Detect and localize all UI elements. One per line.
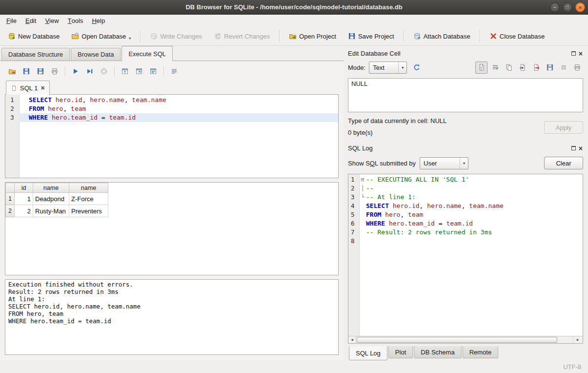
- fold-marker-icon: └: [359, 193, 366, 202]
- maximize-button[interactable]: □: [563, 2, 572, 12]
- close-database-button[interactable]: Close Database: [485, 29, 550, 43]
- horizontal-scrollbar[interactable]: ◀ ▶: [348, 336, 583, 343]
- corner-header[interactable]: [6, 183, 15, 193]
- new-database-button[interactable]: New Database: [3, 29, 64, 43]
- toolbar-separator: [140, 30, 141, 42]
- format-sql-button[interactable]: [168, 65, 181, 78]
- autocomplete-button[interactable]: [147, 65, 160, 78]
- tab-browse-data[interactable]: Browse Data: [71, 48, 121, 61]
- copy-button[interactable]: [503, 62, 515, 74]
- fold-marker-icon: [359, 210, 366, 219]
- row-number[interactable]: 2: [6, 205, 15, 217]
- open-database-icon: [71, 32, 79, 40]
- cell[interactable]: 2: [15, 205, 33, 217]
- save-sql-file-button[interactable]: [20, 65, 33, 78]
- right-panel: Edit Database Cell × Mode: Text ▾ NULL: [344, 46, 588, 361]
- mode-select[interactable]: Text ▾: [369, 62, 407, 74]
- line-number: 2: [5, 104, 19, 113]
- import-icon: [519, 63, 527, 71]
- tab-database-structure[interactable]: Database Structure: [1, 48, 70, 61]
- save-cell-icon: [546, 63, 554, 71]
- code-line: 3└-- At line 1:: [348, 193, 583, 202]
- clear-button[interactable]: Clear: [544, 157, 583, 169]
- word-wrap-button[interactable]: [489, 62, 501, 74]
- open-project-button[interactable]: Open Project: [284, 29, 341, 43]
- code-line: 6 WHERE hero.team_id = team.id: [348, 219, 583, 228]
- tab-sql-1[interactable]: SQL 1 ×: [6, 81, 50, 95]
- text-document-button[interactable]: [475, 62, 487, 74]
- main-content: Database StructureBrowse DataExecute SQL…: [0, 46, 588, 361]
- save-results-button[interactable]: [34, 65, 47, 78]
- open-database-button[interactable]: Open Database▾: [66, 29, 136, 43]
- float-dock-icon[interactable]: [571, 146, 576, 150]
- open-sql-file-icon: [8, 67, 16, 75]
- tab-sql-log[interactable]: SQL Log: [349, 346, 387, 360]
- close-dock-icon[interactable]: ×: [579, 50, 583, 57]
- close-dock-icon[interactable]: ×: [579, 145, 583, 152]
- cell[interactable]: Z-Force: [69, 193, 108, 205]
- print-button[interactable]: [48, 65, 61, 78]
- tab-remote[interactable]: Remote: [463, 346, 499, 358]
- execute-current-line-button[interactable]: [83, 65, 96, 78]
- code-text: -- Result: 2 rows returned in 3ms: [366, 228, 583, 237]
- cell[interactable]: Deadpond: [33, 193, 69, 205]
- execute-all-button[interactable]: [69, 65, 82, 78]
- new-tab-button[interactable]: [119, 65, 131, 78]
- code-line: 8: [348, 237, 583, 246]
- submitted-by-select[interactable]: User ▾: [420, 157, 468, 169]
- scrollbar-thumb[interactable]: [357, 337, 557, 343]
- toolbar-separator: [279, 30, 280, 42]
- close-button[interactable]: ×: [575, 2, 585, 12]
- row-number[interactable]: 1: [6, 193, 15, 205]
- execute-all-icon: [72, 67, 80, 75]
- open-in-new-tab-button[interactable]: [133, 65, 145, 78]
- sql-log-view[interactable]: 1⊟-- EXECUTING ALL IN 'SQL 1'2│--3└-- At…: [348, 174, 583, 344]
- cell[interactable]: Preventers: [69, 205, 108, 217]
- set-null-button[interactable]: [557, 62, 569, 74]
- dropdown-arrow-icon[interactable]: ▾: [129, 36, 131, 41]
- write-changes-button: Write Changes: [145, 29, 207, 43]
- attach-database-button[interactable]: Attach Database: [408, 29, 475, 43]
- chevron-down-icon: ▾: [460, 158, 468, 169]
- scroll-right-arrow[interactable]: ▶: [573, 336, 583, 343]
- save-project-button[interactable]: Save Project: [343, 29, 399, 43]
- menu-item-help[interactable]: Help: [87, 15, 109, 27]
- menu-item-edit[interactable]: Edit: [21, 15, 41, 27]
- open-sql-file-button[interactable]: [6, 65, 19, 78]
- menu-item-view[interactable]: View: [41, 15, 63, 27]
- code-line: 2│--: [348, 184, 583, 193]
- minimize-button[interactable]: −: [550, 2, 560, 12]
- app-window: DB Browser for SQLite - /home/user/code/…: [0, 0, 588, 373]
- column-header-name-1[interactable]: name: [33, 183, 69, 193]
- toolbar-separator: [404, 30, 404, 42]
- print-cell-button[interactable]: [571, 62, 583, 74]
- cell[interactable]: 1: [15, 193, 33, 205]
- close-tab-icon[interactable]: ×: [41, 84, 44, 91]
- code-line: 5 FROM hero, team: [348, 210, 583, 219]
- title-bar[interactable]: DB Browser for SQLite - /home/user/code/…: [0, 0, 588, 15]
- menu-item-file[interactable]: File: [2, 15, 21, 27]
- cell[interactable]: Rusty-Man: [33, 205, 69, 217]
- column-header-name-2[interactable]: name: [69, 183, 108, 193]
- float-dock-icon[interactable]: [571, 51, 576, 56]
- column-header-id-0[interactable]: id: [15, 183, 33, 193]
- sql-editor[interactable]: 1SELECT hero.id, hero.name, team.name2FR…: [5, 94, 339, 178]
- save-cell-button[interactable]: [544, 62, 556, 74]
- autocomplete-icon: [149, 67, 157, 75]
- log-filter-row: Show SQL submitted by User ▾ Clear: [348, 156, 583, 170]
- tab-db-schema[interactable]: DB Schema: [414, 346, 461, 358]
- main-toolbar: New DatabaseOpen Database▾Write ChangesR…: [0, 27, 588, 46]
- menu-item-tools[interactable]: Tools: [63, 15, 88, 27]
- import-button[interactable]: [516, 62, 528, 74]
- scroll-left-arrow[interactable]: ◀: [348, 336, 356, 343]
- export-button[interactable]: [530, 62, 542, 74]
- message-line: FROM hero, team: [8, 310, 335, 317]
- message-line: At line 1:: [8, 295, 335, 303]
- tab-execute-sql[interactable]: Execute SQL: [122, 46, 173, 61]
- tab-plot[interactable]: Plot: [388, 346, 413, 358]
- table-row[interactable]: 11DeadpondZ-Force: [6, 193, 108, 205]
- table-row[interactable]: 22Rusty-ManPreventers: [6, 205, 108, 217]
- cell-editor[interactable]: NULL: [348, 78, 583, 112]
- refresh-cell-button[interactable]: [410, 62, 423, 74]
- new-tab-icon: [121, 67, 129, 75]
